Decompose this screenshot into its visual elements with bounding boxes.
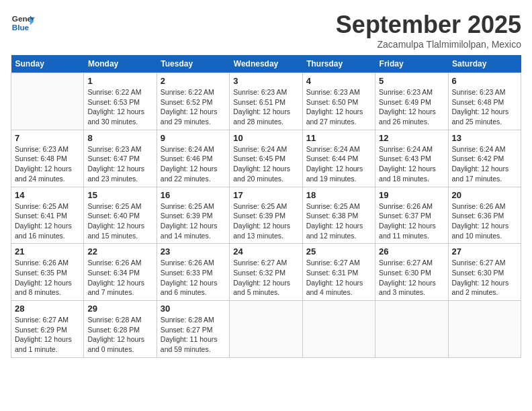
day-number: 18 (306, 190, 371, 200)
day-number: 10 (233, 133, 298, 143)
calendar-cell: 18Sunrise: 6:25 AM Sunset: 6:38 PM Dayli… (302, 187, 375, 244)
day-number: 29 (87, 304, 152, 314)
day-number: 17 (233, 190, 298, 200)
calendar-week-row: 28Sunrise: 6:27 AM Sunset: 6:29 PM Dayli… (11, 301, 521, 358)
day-info: Sunrise: 6:26 AM Sunset: 6:33 PM Dayligh… (161, 258, 226, 298)
day-info: Sunrise: 6:24 AM Sunset: 6:43 PM Dayligh… (379, 144, 444, 184)
day-info: Sunrise: 6:25 AM Sunset: 6:41 PM Dayligh… (15, 201, 80, 241)
day-info: Sunrise: 6:26 AM Sunset: 6:37 PM Dayligh… (379, 201, 444, 241)
day-info: Sunrise: 6:24 AM Sunset: 6:45 PM Dayligh… (233, 144, 298, 184)
calendar-body: 1Sunrise: 6:22 AM Sunset: 6:53 PM Daylig… (11, 73, 521, 358)
calendar-cell: 16Sunrise: 6:25 AM Sunset: 6:39 PM Dayli… (157, 187, 229, 244)
day-number: 24 (233, 246, 298, 257)
calendar-cell: 9Sunrise: 6:24 AM Sunset: 6:46 PM Daylig… (157, 130, 229, 187)
calendar-cell: 3Sunrise: 6:23 AM Sunset: 6:51 PM Daylig… (230, 73, 302, 130)
calendar-cell (375, 301, 448, 358)
day-info: Sunrise: 6:23 AM Sunset: 6:47 PM Dayligh… (87, 144, 152, 184)
calendar-cell: 19Sunrise: 6:26 AM Sunset: 6:37 PM Dayli… (375, 187, 448, 244)
day-number: 13 (452, 133, 517, 143)
page-header: General Blue September 2025 Zacamulpa Tl… (11, 11, 521, 50)
day-number: 6 (452, 76, 517, 86)
logo-icon: General Blue (11, 11, 35, 35)
day-number: 1 (87, 76, 152, 86)
weekday-header-cell: Saturday (448, 55, 521, 73)
day-number: 14 (15, 190, 80, 200)
calendar-cell (448, 301, 521, 358)
calendar-cell: 14Sunrise: 6:25 AM Sunset: 6:41 PM Dayli… (11, 187, 84, 244)
day-info: Sunrise: 6:27 AM Sunset: 6:30 PM Dayligh… (452, 258, 517, 298)
day-info: Sunrise: 6:26 AM Sunset: 6:34 PM Dayligh… (87, 258, 152, 298)
svg-text:Blue: Blue (12, 23, 30, 32)
calendar-week-row: 7Sunrise: 6:23 AM Sunset: 6:48 PM Daylig… (11, 130, 521, 187)
day-info: Sunrise: 6:26 AM Sunset: 6:36 PM Dayligh… (452, 201, 517, 241)
day-number: 23 (161, 246, 226, 257)
location-subtitle: Zacamulpa Tlalmimilolpan, Mexico (336, 39, 521, 50)
day-info: Sunrise: 6:27 AM Sunset: 6:32 PM Dayligh… (233, 258, 298, 298)
calendar-cell: 1Sunrise: 6:22 AM Sunset: 6:53 PM Daylig… (84, 73, 157, 130)
weekday-header-row: SundayMondayTuesdayWednesdayThursdayFrid… (11, 55, 521, 73)
day-info: Sunrise: 6:22 AM Sunset: 6:53 PM Dayligh… (87, 87, 152, 127)
day-info: Sunrise: 6:27 AM Sunset: 6:29 PM Dayligh… (15, 315, 80, 355)
day-info: Sunrise: 6:25 AM Sunset: 6:40 PM Dayligh… (87, 201, 152, 241)
day-info: Sunrise: 6:23 AM Sunset: 6:49 PM Dayligh… (379, 87, 444, 127)
day-number: 27 (452, 246, 517, 257)
calendar-cell: 11Sunrise: 6:24 AM Sunset: 6:44 PM Dayli… (302, 130, 375, 187)
day-info: Sunrise: 6:23 AM Sunset: 6:48 PM Dayligh… (452, 87, 517, 127)
day-number: 26 (379, 246, 444, 257)
calendar-cell (11, 73, 84, 130)
calendar-cell: 27Sunrise: 6:27 AM Sunset: 6:30 PM Dayli… (448, 244, 521, 301)
calendar-cell: 23Sunrise: 6:26 AM Sunset: 6:33 PM Dayli… (157, 244, 229, 301)
weekday-header-cell: Monday (84, 55, 157, 73)
day-number: 22 (87, 246, 152, 257)
day-number: 25 (306, 246, 371, 257)
day-info: Sunrise: 6:24 AM Sunset: 6:46 PM Dayligh… (161, 144, 226, 184)
day-info: Sunrise: 6:24 AM Sunset: 6:44 PM Dayligh… (306, 144, 371, 184)
calendar-cell: 28Sunrise: 6:27 AM Sunset: 6:29 PM Dayli… (11, 301, 84, 358)
calendar-cell: 5Sunrise: 6:23 AM Sunset: 6:49 PM Daylig… (375, 73, 448, 130)
day-number: 20 (452, 190, 517, 200)
day-info: Sunrise: 6:27 AM Sunset: 6:30 PM Dayligh… (379, 258, 444, 298)
weekday-header-cell: Tuesday (157, 55, 229, 73)
day-info: Sunrise: 6:23 AM Sunset: 6:48 PM Dayligh… (15, 144, 80, 184)
day-number: 7 (15, 133, 80, 143)
calendar-cell: 2Sunrise: 6:22 AM Sunset: 6:52 PM Daylig… (157, 73, 229, 130)
month-title: September 2025 (336, 11, 521, 39)
calendar-cell (302, 301, 375, 358)
day-number: 5 (379, 76, 444, 86)
calendar-cell: 20Sunrise: 6:26 AM Sunset: 6:36 PM Dayli… (448, 187, 521, 244)
weekday-header-cell: Friday (375, 55, 448, 73)
calendar-cell: 4Sunrise: 6:23 AM Sunset: 6:50 PM Daylig… (302, 73, 375, 130)
day-number: 21 (15, 246, 80, 257)
day-info: Sunrise: 6:28 AM Sunset: 6:27 PM Dayligh… (161, 315, 226, 355)
calendar-cell: 30Sunrise: 6:28 AM Sunset: 6:27 PM Dayli… (157, 301, 229, 358)
day-info: Sunrise: 6:25 AM Sunset: 6:39 PM Dayligh… (161, 201, 226, 241)
calendar-cell: 29Sunrise: 6:28 AM Sunset: 6:28 PM Dayli… (84, 301, 157, 358)
calendar-cell (230, 301, 302, 358)
day-number: 9 (161, 133, 226, 143)
day-info: Sunrise: 6:23 AM Sunset: 6:50 PM Dayligh… (306, 87, 371, 127)
calendar-cell: 24Sunrise: 6:27 AM Sunset: 6:32 PM Dayli… (230, 244, 302, 301)
calendar-cell: 21Sunrise: 6:26 AM Sunset: 6:35 PM Dayli… (11, 244, 84, 301)
calendar-cell: 7Sunrise: 6:23 AM Sunset: 6:48 PM Daylig… (11, 130, 84, 187)
day-info: Sunrise: 6:25 AM Sunset: 6:39 PM Dayligh… (233, 201, 298, 241)
day-number: 11 (306, 133, 371, 143)
day-info: Sunrise: 6:28 AM Sunset: 6:28 PM Dayligh… (87, 315, 152, 355)
day-number: 15 (87, 190, 152, 200)
day-info: Sunrise: 6:24 AM Sunset: 6:42 PM Dayligh… (452, 144, 517, 184)
calendar-cell: 22Sunrise: 6:26 AM Sunset: 6:34 PM Dayli… (84, 244, 157, 301)
day-number: 4 (306, 76, 371, 86)
weekday-header-cell: Sunday (11, 55, 84, 73)
day-info: Sunrise: 6:27 AM Sunset: 6:31 PM Dayligh… (306, 258, 371, 298)
calendar-cell: 15Sunrise: 6:25 AM Sunset: 6:40 PM Dayli… (84, 187, 157, 244)
day-number: 2 (161, 76, 226, 86)
title-block: September 2025 Zacamulpa Tlalmimilolpan,… (336, 11, 521, 50)
day-number: 12 (379, 133, 444, 143)
calendar-cell: 13Sunrise: 6:24 AM Sunset: 6:42 PM Dayli… (448, 130, 521, 187)
calendar-week-row: 14Sunrise: 6:25 AM Sunset: 6:41 PM Dayli… (11, 187, 521, 244)
weekday-header-cell: Thursday (302, 55, 375, 73)
day-number: 16 (161, 190, 226, 200)
calendar-cell: 26Sunrise: 6:27 AM Sunset: 6:30 PM Dayli… (375, 244, 448, 301)
day-number: 30 (161, 304, 226, 314)
day-info: Sunrise: 6:23 AM Sunset: 6:51 PM Dayligh… (233, 87, 298, 127)
calendar-cell: 8Sunrise: 6:23 AM Sunset: 6:47 PM Daylig… (84, 130, 157, 187)
